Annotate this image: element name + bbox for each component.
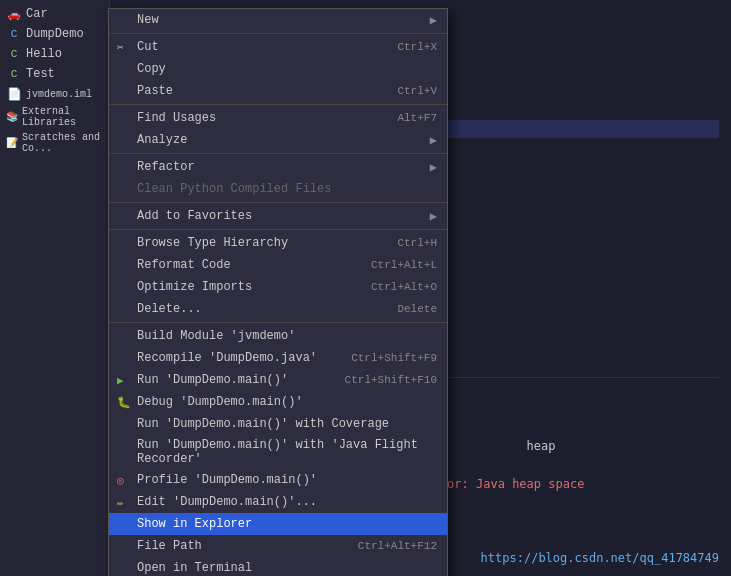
sidebar-item-label: External Libraries — [22, 106, 103, 128]
analyze-arrow: ▶ — [430, 133, 437, 148]
sidebar-item-label: Test — [26, 67, 55, 81]
sidebar-item-ext-libs[interactable]: 📚 External Libraries — [0, 104, 109, 130]
menu-item-profile-label: Profile 'DumpDemo.main()' — [137, 473, 317, 487]
file-icon: 📄 — [6, 86, 22, 102]
menu-item-paste[interactable]: Paste Ctrl+V — [109, 80, 447, 102]
sidebar-item-hello[interactable]: C Hello — [0, 44, 109, 64]
cut-shortcut: Ctrl+X — [377, 41, 437, 53]
menu-separator-1 — [109, 33, 447, 34]
paste-shortcut: Ctrl+V — [377, 85, 437, 97]
find-usages-shortcut: Alt+F7 — [377, 112, 437, 124]
sidebar-item-iml[interactable]: 📄 jvmdemo.iml — [0, 84, 109, 104]
menu-item-browse-hierarchy[interactable]: Browse Type Hierarchy Ctrl+H — [109, 232, 447, 254]
menu-item-refactor[interactable]: Refactor ▶ — [109, 156, 447, 178]
menu-item-paste-label: Paste — [137, 84, 173, 98]
menu-item-build-module[interactable]: Build Module 'jvmdemo' — [109, 325, 447, 347]
menu-item-analyze[interactable]: Analyze ▶ — [109, 129, 447, 151]
favorites-arrow: ▶ — [430, 209, 437, 224]
edit-icon: ✏ — [117, 496, 124, 509]
browse-hierarchy-shortcut: Ctrl+H — [377, 237, 437, 249]
menu-separator-3 — [109, 153, 447, 154]
debug-icon: 🐛 — [117, 396, 131, 409]
lib-icon: 📚 — [6, 109, 18, 125]
menu-item-delete-label: Delete... — [137, 302, 202, 316]
menu-item-edit[interactable]: ✏ Edit 'DumpDemo.main()'... — [109, 491, 447, 513]
menu-item-reformat-label: Reformat Code — [137, 258, 231, 272]
car-icon: 🚗 — [6, 6, 22, 22]
menu-item-run[interactable]: ▶ Run 'DumpDemo.main()' Ctrl+Shift+F10 — [109, 369, 447, 391]
sidebar-item-label: Scratches and Co... — [22, 132, 103, 154]
context-menu: New ▶ ✂ Cut Ctrl+X Copy Paste Ctrl+V Fin… — [108, 8, 448, 576]
submenu-arrow: ▶ — [430, 13, 437, 28]
reformat-shortcut: Ctrl+Alt+L — [351, 259, 437, 271]
menu-item-copy-label: Copy — [137, 62, 166, 76]
menu-item-browse-hierarchy-label: Browse Type Hierarchy — [137, 236, 288, 250]
sidebar-item-test[interactable]: C Test — [0, 64, 109, 84]
file-path-shortcut: Ctrl+Alt+F12 — [338, 540, 437, 552]
menu-item-delete[interactable]: Delete... Delete — [109, 298, 447, 320]
recompile-shortcut: Ctrl+Shift+F9 — [331, 352, 437, 364]
menu-item-run-coverage[interactable]: Run 'DumpDemo.main()' with Coverage — [109, 413, 447, 435]
menu-separator-2 — [109, 104, 447, 105]
cut-icon: ✂ — [117, 41, 124, 54]
profile-icon: ◎ — [117, 474, 124, 487]
menu-item-find-usages[interactable]: Find Usages Alt+F7 — [109, 107, 447, 129]
menu-item-show-explorer[interactable]: Show in Explorer — [109, 513, 447, 535]
sidebar-item-label: Car — [26, 7, 48, 21]
scratch-icon: 📝 — [6, 135, 18, 151]
menu-item-open-terminal-label: Open in Terminal — [137, 561, 252, 575]
run-shortcut: Ctrl+Shift+F10 — [325, 374, 437, 386]
menu-separator-5 — [109, 229, 447, 230]
menu-item-optimize-imports[interactable]: Optimize Imports Ctrl+Alt+O — [109, 276, 447, 298]
sidebar-item-label: Hello — [26, 47, 62, 61]
menu-item-reformat[interactable]: Reformat Code Ctrl+Alt+L — [109, 254, 447, 276]
sidebar-item-label: jvmdemo.iml — [26, 89, 92, 100]
menu-item-run-flight-label: Run 'DumpDemo.main()' with 'Java Flight … — [137, 438, 437, 466]
sidebar: 🚗 Car C DumpDemo C Hello C Test 📄 jvmdem… — [0, 0, 110, 576]
menu-item-run-flight[interactable]: Run 'DumpDemo.main()' with 'Java Flight … — [109, 435, 447, 469]
menu-item-debug[interactable]: 🐛 Debug 'DumpDemo.main()' — [109, 391, 447, 413]
sidebar-item-scratches[interactable]: 📝 Scratches and Co... — [0, 130, 109, 156]
sidebar-item-car[interactable]: 🚗 Car — [0, 4, 109, 24]
menu-separator-6 — [109, 322, 447, 323]
menu-item-favorites-label: Add to Favorites — [137, 209, 252, 223]
menu-item-copy[interactable]: Copy — [109, 58, 447, 80]
menu-item-run-coverage-label: Run 'DumpDemo.main()' with Coverage — [137, 417, 389, 431]
menu-item-build-module-label: Build Module 'jvmdemo' — [137, 329, 295, 343]
menu-item-new-label: New — [137, 13, 159, 27]
menu-item-run-label: Run 'DumpDemo.main()' — [137, 373, 288, 387]
menu-item-cut[interactable]: ✂ Cut Ctrl+X — [109, 36, 447, 58]
class-icon: C — [6, 26, 22, 42]
menu-item-edit-label: Edit 'DumpDemo.main()'... — [137, 495, 317, 509]
menu-item-favorites[interactable]: Add to Favorites ▶ — [109, 205, 447, 227]
menu-item-refactor-label: Refactor — [137, 160, 195, 174]
run-icon: ▶ — [117, 374, 124, 387]
menu-separator-4 — [109, 202, 447, 203]
menu-item-profile[interactable]: ◎ Profile 'DumpDemo.main()' — [109, 469, 447, 491]
hello-icon: C — [6, 46, 22, 62]
refactor-arrow: ▶ — [430, 160, 437, 175]
menu-item-open-terminal[interactable]: Open in Terminal — [109, 557, 447, 576]
optimize-imports-shortcut: Ctrl+Alt+O — [351, 281, 437, 293]
menu-item-find-usages-label: Find Usages — [137, 111, 216, 125]
menu-item-cut-label: Cut — [137, 40, 159, 54]
menu-item-file-path[interactable]: File Path Ctrl+Alt+F12 — [109, 535, 447, 557]
menu-item-analyze-label: Analyze — [137, 133, 187, 147]
menu-item-recompile[interactable]: Recompile 'DumpDemo.java' Ctrl+Shift+F9 — [109, 347, 447, 369]
sidebar-item-label: DumpDemo — [26, 27, 84, 41]
sidebar-item-dumpdemo[interactable]: C DumpDemo — [0, 24, 109, 44]
menu-item-file-path-label: File Path — [137, 539, 202, 553]
menu-item-optimize-imports-label: Optimize Imports — [137, 280, 252, 294]
menu-item-recompile-label: Recompile 'DumpDemo.java' — [137, 351, 317, 365]
menu-item-new[interactable]: New ▶ — [109, 9, 447, 31]
menu-item-clean-python: Clean Python Compiled Files — [109, 178, 447, 200]
menu-item-clean-python-label: Clean Python Compiled Files — [137, 182, 331, 196]
test-icon: C — [6, 66, 22, 82]
menu-item-debug-label: Debug 'DumpDemo.main()' — [137, 395, 303, 409]
delete-shortcut: Delete — [377, 303, 437, 315]
menu-item-show-explorer-label: Show in Explorer — [137, 517, 252, 531]
